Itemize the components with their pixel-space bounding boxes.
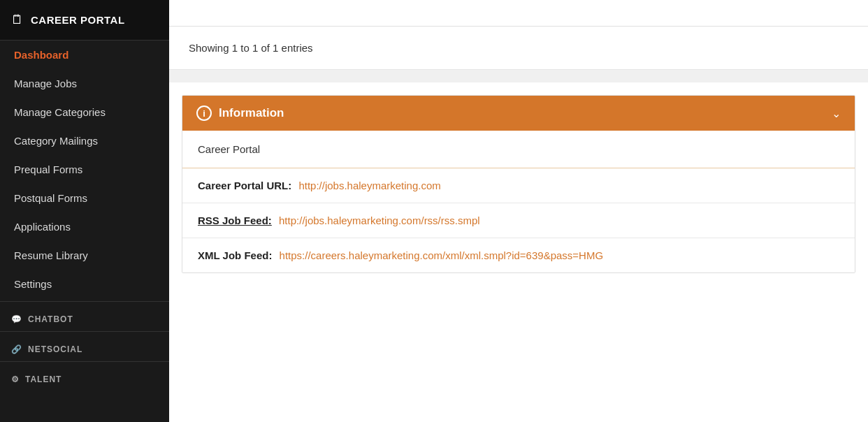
xml-job-feed-label: XML Job Feed:: [198, 249, 272, 261]
sidebar-item-manage-categories[interactable]: Manage Categories: [0, 98, 169, 126]
information-panel: i Information ⌄ Career Portal Career Por…: [182, 95, 855, 273]
info-panel-header-left: i Information: [196, 106, 284, 121]
career-portal-url-link[interactable]: http://jobs.haleymarketing.com: [298, 180, 440, 191]
xml-job-feed-link[interactable]: https://careers.haleymarketing.com/xml/x…: [280, 249, 604, 261]
sidebar-header: 🗒 CAREER PORTAL: [0, 0, 169, 41]
portal-name-row: Career Portal: [182, 131, 855, 168]
table-top-bar: [169, 0, 868, 27]
sidebar: 🗒 CAREER PORTAL Dashboard Manage Jobs Ma…: [0, 0, 169, 422]
info-panel-header[interactable]: i Information ⌄: [182, 96, 855, 131]
portal-name-text: Career Portal: [198, 143, 260, 155]
sidebar-item-resume-library[interactable]: Resume Library: [0, 241, 169, 270]
xml-job-feed-row: XML Job Feed: https://careers.haleymarke…: [182, 238, 855, 272]
main-content: Showing 1 to 1 of 1 entries i Informatio…: [169, 0, 868, 422]
rss-job-feed-row: RSS Job Feed: http://jobs.haleymarketing…: [182, 203, 855, 238]
sidebar-item-settings[interactable]: Settings: [0, 270, 169, 298]
chevron-down-icon: ⌄: [832, 107, 841, 120]
entries-text: Showing 1 to 1 of 1 entries: [189, 42, 313, 54]
sidebar-item-category-mailings[interactable]: Category Mailings: [0, 126, 169, 155]
sidebar-divider-3: [0, 361, 169, 362]
sidebar-title: CAREER PORTAL: [31, 14, 125, 26]
rss-job-feed-label: RSS Job Feed:: [198, 214, 272, 226]
info-circle-icon: i: [196, 106, 212, 121]
rss-job-feed-link[interactable]: http://jobs.haleymarketing.com/rss/rss.s…: [279, 214, 480, 226]
sidebar-item-postqual-forms[interactable]: Postqual Forms: [0, 184, 169, 212]
sidebar-section-netsocial[interactable]: 🔗 NETSOCIAL: [0, 335, 169, 358]
career-portal-url-label: Career Portal URL:: [198, 180, 291, 191]
sidebar-item-dashboard[interactable]: Dashboard: [0, 41, 169, 69]
entries-info: Showing 1 to 1 of 1 entries: [169, 27, 868, 70]
chatbot-icon: 💬: [11, 314, 22, 324]
career-portal-url-row: Career Portal URL: http://jobs.haleymark…: [182, 168, 855, 203]
sidebar-section-chatbot[interactable]: 💬 CHATBOT: [0, 305, 169, 328]
sidebar-item-prequal-forms[interactable]: Prequal Forms: [0, 155, 169, 184]
sidebar-section-talent[interactable]: ⚙ TALENT: [0, 365, 169, 388]
info-panel-body: Career Portal Career Portal URL: http://…: [182, 131, 855, 272]
sidebar-divider-1: [0, 301, 169, 302]
netsocial-icon: 🔗: [11, 344, 22, 354]
sidebar-item-manage-jobs[interactable]: Manage Jobs: [0, 69, 169, 98]
sidebar-item-applications[interactable]: Applications: [0, 212, 169, 241]
section-gap: [169, 70, 868, 82]
info-panel-title: Information: [219, 106, 284, 120]
talent-icon: ⚙: [11, 374, 20, 384]
sidebar-divider-2: [0, 331, 169, 332]
portal-icon: 🗒: [11, 13, 24, 27]
